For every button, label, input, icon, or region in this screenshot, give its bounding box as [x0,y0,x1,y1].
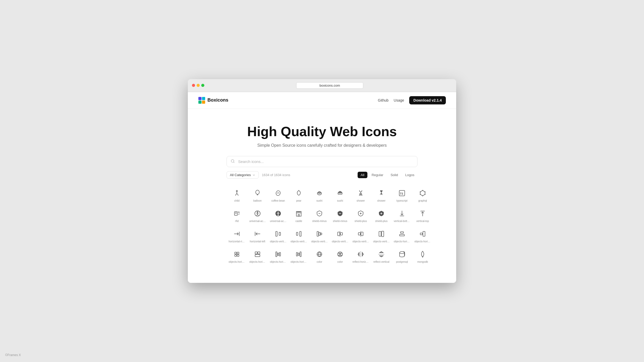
icon-label-objects-vertic1: objects-vertic... [270,240,286,243]
icon-label-objects-horiz2: objects-horizo... [414,240,431,243]
icon-item-sushi2[interactable]: sushi [330,185,350,205]
maximize-button[interactable] [201,84,204,87]
objects-horiz-icon-5 [274,250,282,258]
icon-item-shield-minus2[interactable]: shield-minus [330,205,350,226]
icon-label-shield-plus2: shield-plus [375,220,388,223]
icon-label-horizontal-left: horizontal-left [250,240,265,243]
icon-item-objects-vertic5[interactable]: objects-vertic... [350,226,371,246]
traffic-lights [192,84,204,87]
color-icon-1 [315,250,324,258]
svg-rect-84 [420,233,422,235]
icon-item-objects-vertic1[interactable]: objects-vertic... [268,226,288,246]
icon-item-postgresql[interactable]: postgresql [392,246,412,266]
category-dropdown[interactable]: All Categories [227,171,259,179]
icon-label-objects-horiz4: objects-horizo... [249,260,266,263]
reflect-horiz-icon [357,250,365,258]
vertical-bottom-icon [398,209,406,218]
mongodb-icon [418,250,427,258]
child-icon [233,189,241,197]
icon-item-shower1[interactable]: shower [350,185,371,205]
horizontal-right-icon [233,230,241,238]
icon-item-universal-access2[interactable]: universal-ace... [268,205,288,226]
icon-label-horizontal-right: horizontal-right [229,240,245,243]
icon-item-objects-horiz4[interactable]: objects-horizo... [247,246,268,266]
icon-item-shield-minus1[interactable]: shield-minus [309,205,330,226]
icon-item-coffee-bean[interactable]: coffee-bean [268,185,288,205]
icon-item-reflect-horiz[interactable]: reflect-horizo... [350,246,371,266]
icon-item-vertical-top[interactable]: vertical-top [412,205,433,226]
icon-item-objects-horiz2[interactable]: objects-horizo... [412,226,433,246]
icon-label-shield-plus1: shield-plus [355,220,367,223]
icon-item-child[interactable]: child [227,185,247,205]
svg-rect-92 [276,252,277,257]
icon-item-objects-horiz1[interactable]: objects-horizo... [392,226,412,246]
icon-item-balloon[interactable]: balloon [247,185,268,205]
svg-rect-68 [296,232,298,235]
close-button[interactable] [192,84,195,87]
icon-item-castle[interactable]: castle [288,205,309,226]
svg-rect-22 [381,192,382,193]
filter-solid[interactable]: Solid [388,172,401,178]
icon-label-objects-vertic6: objects-vertic... [373,240,390,243]
minimize-button[interactable] [197,84,200,87]
icon-item-reflect-vertical[interactable]: reflect-vertical [371,246,392,266]
svg-rect-69 [300,232,301,236]
svg-rect-67 [279,232,281,235]
icon-item-objects-vertic3[interactable]: objects-vertic... [309,226,330,246]
filter-type-buttons: All Regular Solid Logos [358,172,417,178]
icon-item-pear[interactable]: pear [288,185,309,205]
url-display[interactable]: boxicons.com [296,82,363,89]
icon-label-objects-vertic4: objects-vertic... [332,240,348,243]
icon-item-graphql[interactable]: graphql [412,185,433,205]
pear-icon [295,189,303,197]
icon-item-objects-vertic2[interactable]: objects-vertic... [288,226,309,246]
icon-item-horizontal-left[interactable]: horizontal-left [247,226,268,246]
balloon-icon [253,189,262,197]
footer-credit: ©Frames X [5,353,21,357]
svg-rect-86 [237,252,239,254]
icon-item-shield-plus2[interactable]: shield-plus [371,205,392,226]
logo-icon [198,97,205,104]
icon-item-rfid[interactable]: rfid [227,205,247,226]
svg-line-17 [359,195,359,196]
icon-item-shield-plus1[interactable]: shield-plus [350,205,371,226]
icon-item-objects-horiz3[interactable]: objects-horizo... [227,246,247,266]
icon-item-color2[interactable]: color [330,246,350,266]
icon-item-objects-horiz5[interactable]: objects-horizo... [268,246,288,266]
svg-rect-83 [423,232,425,236]
icon-item-color1[interactable]: color [309,246,330,266]
usage-link[interactable]: Usage [394,98,404,102]
filter-logos[interactable]: Logos [402,172,417,178]
icon-item-typescript[interactable]: TS typescript [392,185,412,205]
vertical-top-icon [418,209,427,218]
svg-point-8 [275,190,281,196]
github-link[interactable]: Github [378,98,389,102]
svg-rect-16 [360,193,362,194]
url-bar: boxicons.com [207,82,452,89]
icon-item-mongodb[interactable]: mongodb [412,246,433,266]
icon-item-sushi1[interactable]: sushi [309,185,330,205]
icon-item-shower2[interactable]: shower [371,185,392,205]
icon-item-vertical-bottom[interactable]: vertical-bottom [392,205,412,226]
download-button[interactable]: Download v2.1.4 [409,96,446,104]
filter-regular[interactable]: Regular [368,172,387,178]
svg-rect-96 [298,253,300,255]
icon-item-horizontal-right[interactable]: horizontal-right [227,226,247,246]
icon-item-objects-vertic4[interactable]: objects-vertic... [330,226,350,246]
icon-item-objects-horiz6[interactable]: objects-horizo... [288,246,309,266]
navbar: Boxicons Github Usage Download v2.1.4 [188,92,456,109]
svg-rect-94 [279,252,281,256]
filter-all[interactable]: All [358,172,367,178]
shield-minus-icon-2 [336,209,344,218]
svg-line-21 [362,195,362,196]
search-input[interactable] [227,156,417,167]
icon-item-universal-access1[interactable]: universal-ace... [247,205,268,226]
svg-rect-26 [382,194,383,195]
svg-point-33 [422,195,423,196]
shield-plus-icon-2 [377,209,385,218]
logo[interactable]: Boxicons [198,97,228,104]
icon-item-objects-vertic6[interactable]: objects-vertic... [371,226,392,246]
svg-rect-25 [381,194,382,195]
icon-label-vertical-top: vertical-top [416,220,429,223]
svg-rect-0 [198,97,202,100]
